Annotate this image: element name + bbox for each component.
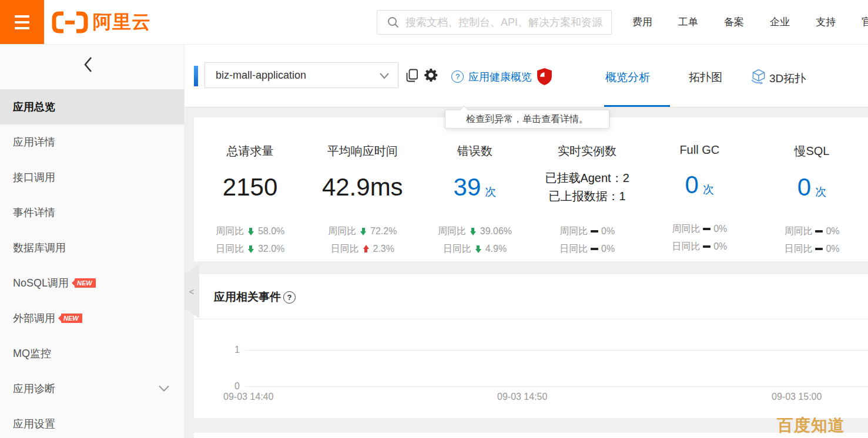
x-axis-tick: 09-03 14:40 — [223, 392, 273, 402]
sidebar-item[interactable]: 事件详情 — [0, 195, 184, 230]
tab-3[interactable]: 3D拓扑 — [749, 68, 806, 89]
dash-flat-icon — [591, 230, 598, 233]
tab-1[interactable]: 概览分析 — [605, 70, 650, 85]
comparison-label: 周同比 — [559, 223, 588, 240]
search-icon — [387, 16, 400, 29]
y-axis-tick: 0 — [222, 381, 240, 392]
nav-item[interactable]: 企业 — [770, 15, 790, 29]
tab-2[interactable]: 拓扑图 — [689, 70, 722, 85]
sidebar-item-label: 外部调用 — [13, 311, 55, 325]
comparison-value: 0% — [826, 240, 839, 258]
gridline — [246, 386, 868, 387]
nav-item[interactable]: 工单 — [678, 15, 698, 29]
sidebar-item-label: 数据库调用 — [13, 241, 66, 255]
stat-value-area: 已挂载Agent：2已上报数据：1 — [531, 165, 644, 210]
dash-flat-icon — [815, 248, 823, 250]
tab-bar: 概览分析拓扑图3D拓扑 — [184, 44, 868, 107]
cube-3d-icon — [749, 68, 769, 89]
tooltip-text: 检查到异常，单击查看详情。 — [466, 114, 588, 124]
sidebar-item[interactable]: 数据库调用 — [0, 230, 184, 265]
nav-item[interactable]: 费用 — [632, 15, 652, 29]
stats-overview-card: 总请求量2150周同比58.0%日同比32.0%平均响应时间42.9ms周同比7… — [194, 117, 868, 261]
tab-label: 概览分析 — [605, 70, 650, 85]
comparison-label: 日同比 — [559, 240, 588, 258]
comparison-value: 32.0% — [258, 240, 284, 258]
arrow-down-icon — [247, 227, 255, 235]
chevron-down-icon — [158, 383, 170, 395]
stat-value-area: 39次 — [418, 165, 531, 210]
arrow-down-icon — [359, 227, 367, 235]
next-section-card — [194, 433, 868, 438]
comparison-label: 日同比 — [331, 240, 359, 258]
chevron-left-icon — [83, 56, 93, 73]
sidebar-item[interactable]: 应用总览 — [0, 89, 184, 124]
comparison-value: 0% — [713, 238, 727, 255]
sidebar-item[interactable]: MQ监控 — [0, 336, 184, 371]
sidebar-item[interactable]: 应用设置 — [0, 406, 184, 438]
comparison-row: 周同比58.0% — [194, 223, 306, 240]
sidebar-item[interactable]: 外部调用NEW — [0, 301, 184, 336]
sidebar-collapse-button[interactable] — [83, 56, 93, 76]
comparison-value: 0% — [713, 220, 727, 238]
sidebar-item[interactable]: NoSQL调用NEW — [0, 265, 184, 301]
nav-item[interactable]: 支持 — [816, 15, 836, 29]
comparison-row: 周同比39.06% — [418, 223, 531, 240]
stat-card: 平均响应时间42.9ms周同比72.2%日同比2.3% — [306, 117, 418, 261]
nav-item[interactable]: 备案 — [724, 15, 744, 29]
tab-label: 拓扑图 — [689, 70, 722, 85]
nav-item[interactable]: 官网 — [862, 15, 868, 29]
comparison-row: 日同比0% — [531, 240, 644, 258]
sidebar: 应用总览应用详情接口调用事件详情数据库调用NoSQL调用NEW外部调用NEWMQ… — [0, 44, 185, 438]
arrow-down-icon — [469, 227, 477, 235]
comparison-value: 72.2% — [370, 223, 397, 240]
stat-unit: 次 — [815, 184, 826, 200]
sidebar-item-label: MQ监控 — [13, 346, 51, 360]
health-tooltip: 检查到异常，单击查看详情。 — [445, 110, 609, 129]
sidebar-item-label: NoSQL调用 — [13, 276, 69, 290]
sidebar-item-label: 应用总览 — [13, 100, 55, 114]
sidebar-item[interactable]: 应用诊断 — [0, 371, 184, 406]
sidebar-item[interactable]: 接口调用 — [0, 160, 184, 195]
comparison-label: 日同比 — [672, 238, 700, 255]
comparison-value: 58.0% — [258, 223, 284, 240]
sidebar-item-label: 应用详情 — [13, 135, 55, 149]
stat-card: Full GC0次周同比0%日同比0% — [644, 117, 756, 261]
comparison-row: 日同比0% — [756, 240, 868, 258]
stat-card: 慢SQL0次周同比0%日同比0% — [756, 117, 868, 261]
search-placeholder: 搜索文档、控制台、API、解决方案和资源 — [405, 15, 602, 29]
arrow-up-icon — [362, 245, 370, 253]
alicloud-logo-icon — [52, 11, 88, 34]
stat-value: 42.9ms — [322, 175, 403, 200]
stat-comparisons: 周同比72.2%日同比2.3% — [306, 223, 418, 258]
stat-comparisons: 周同比0%日同比0% — [531, 223, 644, 258]
stat-title: 错误数 — [418, 143, 531, 159]
comparison-row: 日同比32.0% — [194, 240, 306, 258]
comparison-label: 日同比 — [443, 240, 471, 258]
dash-flat-icon — [703, 245, 711, 248]
stat-comparisons: 周同比58.0%日同比32.0% — [194, 223, 306, 258]
stat-value: 39 — [454, 175, 481, 200]
hamburger-menu-button[interactable] — [0, 0, 44, 44]
main-content: biz-mall-application ? 应用健康概览 概览分析拓扑图3D — [184, 44, 868, 438]
comparison-label: 周同比 — [672, 220, 700, 238]
stat-card: 总请求量2150周同比58.0%日同比32.0% — [194, 117, 306, 261]
stat-value-area: 0次 — [756, 165, 868, 210]
help-circle-icon[interactable]: ? — [283, 291, 296, 304]
search-input[interactable]: 搜索文档、控制台、API、解决方案和资源 — [377, 10, 612, 35]
dash-flat-icon — [815, 230, 823, 233]
new-badge: NEW — [75, 278, 96, 288]
comparison-value: 4.9% — [485, 240, 507, 258]
stat-unit: 次 — [485, 184, 496, 200]
y-axis-tick: 1 — [222, 345, 240, 355]
stat-value: 2150 — [223, 175, 277, 200]
alicloud-logo[interactable]: 阿里云 — [52, 0, 151, 44]
x-axis-tick: 09-03 14:50 — [497, 392, 547, 402]
stat-card: 错误数39次周同比39.06%日同比4.9% — [418, 117, 531, 261]
dash-flat-icon — [703, 228, 711, 230]
sidebar-item[interactable]: 应用详情 — [0, 124, 184, 160]
active-tab-underline — [604, 105, 670, 107]
events-title: 应用相关事件 — [214, 289, 281, 305]
comparison-value: 0% — [601, 223, 615, 240]
stat-title: 平均响应时间 — [306, 143, 418, 159]
arrow-down-icon — [247, 245, 255, 253]
